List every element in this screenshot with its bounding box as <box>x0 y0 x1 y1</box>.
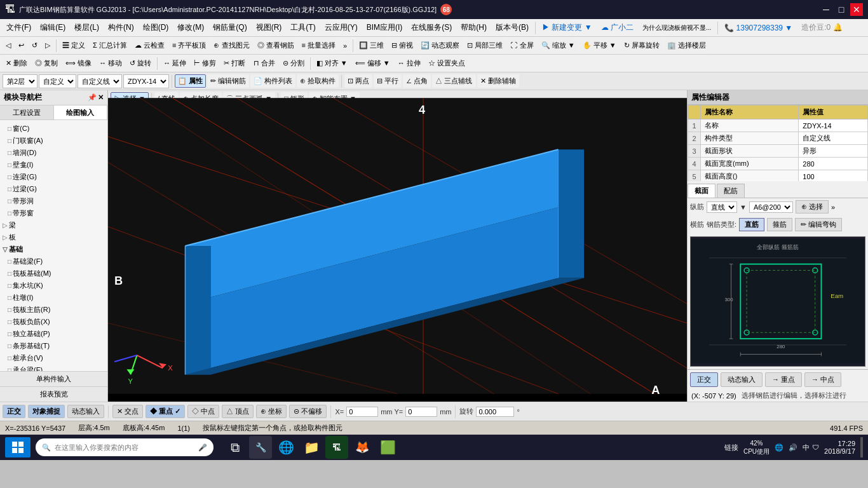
menu-help[interactable]: 帮助(H) <box>457 21 491 34</box>
list-item[interactable]: □筏板主筋(R) <box>0 304 107 316</box>
list-item[interactable]: □筏板负筋(X) <box>0 316 107 328</box>
table-row[interactable]: 5 截面高度() 100 <box>688 170 868 181</box>
taskview-button[interactable]: ⧉ <box>224 436 247 459</box>
menu-file[interactable]: 文件(F) <box>3 21 35 34</box>
expand-icon[interactable]: » <box>831 203 835 211</box>
straight-rebar-btn[interactable]: 直筋 <box>739 218 764 231</box>
pan-button[interactable]: ✋ 平移 ▼ <box>580 39 620 52</box>
speaker-icon[interactable]: 🔊 <box>789 444 797 452</box>
menu-phone[interactable]: 📞 13907298339 ▼ <box>721 22 796 34</box>
search-input[interactable] <box>55 444 194 451</box>
view-select[interactable]: 自定义 <box>39 74 76 88</box>
x-input[interactable] <box>346 407 378 417</box>
tab-section[interactable]: 截面 <box>688 184 715 198</box>
list-item[interactable]: ▷ 板 <box>0 231 107 243</box>
menu-view[interactable]: 视图(R) <box>252 21 286 34</box>
selectfloor-button[interactable]: 🏢 选择楼层 <box>664 39 709 52</box>
snap-object[interactable]: 对象捕捉 <box>28 405 65 418</box>
list-item[interactable]: □独立基础(P) <box>0 328 107 340</box>
pickup-button[interactable]: ⊕ 拾取构件 <box>297 74 339 88</box>
trim-button[interactable]: ⊢ 修剪 <box>191 57 219 70</box>
show-desktop[interactable] <box>860 437 863 458</box>
prop-value[interactable]: 280 <box>799 158 868 170</box>
mirror-button[interactable]: ⟺ 镜像 <box>62 57 95 70</box>
report-preview-btn[interactable]: 报表预览 <box>0 386 107 402</box>
editrebar-button[interactable]: ✏ 编辑钢筋 <box>207 74 249 88</box>
list-item[interactable]: □窗(C) <box>0 123 107 135</box>
snap-dynamic[interactable]: 动态输入 <box>67 405 104 418</box>
level-button[interactable]: ≡ 齐平板顶 <box>169 39 209 52</box>
snap-endpoint[interactable]: ◆ 重点 ✓ <box>146 405 185 418</box>
menu-version[interactable]: 版本号(B) <box>492 21 532 34</box>
snap-nooffset[interactable]: ⊝ 不偏移 <box>289 405 327 418</box>
screenrotate-button[interactable]: ↻ 屏幕旋转 <box>621 39 663 52</box>
menu-modify[interactable]: 修改(M) <box>173 21 208 34</box>
expand-icon[interactable]: ▽ <box>3 246 8 253</box>
parallel-button[interactable]: ⊟ 平行 <box>374 74 402 88</box>
dynamic-input-btn[interactable]: 动态输入 <box>721 372 763 387</box>
list-item[interactable]: □过梁(G) <box>0 183 107 195</box>
stirrup-btn[interactable]: 箍筋 <box>767 218 792 231</box>
edit-hook-btn[interactable]: ✏ 编辑弯钩 <box>795 218 842 231</box>
list-item[interactable]: □筏板基础(M) <box>0 268 107 280</box>
app-extra1[interactable]: 🟩 <box>376 436 399 459</box>
axis-select[interactable]: 自定义线 <box>78 74 122 88</box>
menu-cloud[interactable]: 云应用(Y) <box>321 21 362 34</box>
list-item[interactable]: □带形窗 <box>0 207 107 219</box>
panel-pin[interactable]: 📌 <box>88 93 97 102</box>
minimize-button[interactable]: ─ <box>820 3 832 16</box>
list-item[interactable]: □壁龛(I) <box>0 159 107 171</box>
list-item[interactable]: □柱墩(I) <box>0 292 107 304</box>
snap-coord[interactable]: ⊕ 坐标 <box>256 405 287 418</box>
tab-rebar[interactable]: 配筋 <box>717 184 745 198</box>
list-item[interactable]: □集水坑(K) <box>0 280 107 292</box>
menu-online[interactable]: 在线服务(S) <box>407 21 456 34</box>
menu-rebar[interactable]: 钢筋量(Q) <box>209 21 250 34</box>
element-select[interactable]: ZDYX-14 <box>123 74 169 88</box>
elementlist-button[interactable]: 📄 构件列表 <box>250 74 295 88</box>
list-item[interactable]: □基础梁(F) <box>0 255 107 268</box>
split-button[interactable]: ⊝ 分割 <box>280 57 308 70</box>
snap-midpoint[interactable]: ◇ 中点 <box>187 405 219 418</box>
menu-element[interactable]: 构件(N) <box>104 21 138 34</box>
menu-draw[interactable]: 绘图(D) <box>139 21 173 34</box>
list-item[interactable]: ▽ 基础 <box>0 243 107 255</box>
delete-button[interactable]: ✕ 删除 <box>3 57 31 70</box>
centerpoint-btn[interactable]: → 中点 <box>804 372 841 387</box>
viewrebar-button[interactable]: ◎ 查看钢筋 <box>254 39 297 52</box>
title-controls[interactable]: ─ □ ✕ <box>820 3 863 16</box>
list-item[interactable]: □墙洞(D) <box>0 147 107 159</box>
zoom-button[interactable]: 🔍 缩放 ▼ <box>538 39 578 52</box>
tab-project-settings[interactable]: 工程设置 <box>0 105 54 119</box>
list-item[interactable]: □连梁(G) <box>0 171 107 183</box>
menu-coins[interactable]: 造价豆:0 🔔 <box>797 21 846 34</box>
3d-button[interactable]: 🔲 三维 <box>356 39 387 52</box>
single-element-btn[interactable]: 单构件输入 <box>0 371 107 386</box>
topview-button[interactable]: ⊟ 俯视 <box>388 39 416 52</box>
longitudinal-type-select[interactable]: 直线 <box>707 201 737 213</box>
panel-close-icon[interactable]: ✕ <box>98 93 104 102</box>
batch-button[interactable]: ≡ 批量选择 <box>299 39 339 52</box>
prop-value[interactable]: 自定义线 <box>799 132 868 145</box>
snap-vertex[interactable]: △ 顶点 <box>222 405 254 418</box>
rotate-button[interactable]: ↺ 旋转 <box>126 57 154 70</box>
longitudinal-select-btn[interactable]: ⊕ 选择 <box>796 200 829 214</box>
longitudinal-spec-select[interactable]: A6@200 <box>749 201 793 213</box>
network-icon[interactable]: 🌐 <box>775 444 783 452</box>
prop-value[interactable]: 异形 <box>799 145 868 158</box>
back-button[interactable]: ◁ <box>3 39 14 51</box>
more-button[interactable]: » <box>340 40 350 51</box>
search-bar[interactable]: 🔍 🎤 <box>36 438 214 456</box>
midpoint-btn[interactable]: → 重点 <box>765 372 802 387</box>
dynamic-button[interactable]: 🔄 动态观察 <box>417 39 463 52</box>
check-button[interactable]: ☁ 云检查 <box>132 39 168 52</box>
align-button[interactable]: ◧ 对齐 ▼ <box>313 57 351 70</box>
setgrip-button[interactable]: ☆ 设置夹点 <box>425 57 468 70</box>
forward-button[interactable]: ▷ <box>42 39 53 51</box>
expand-icon[interactable]: ▷ <box>3 222 8 229</box>
orthogonal-btn[interactable]: 正交 <box>690 372 718 387</box>
break-button[interactable]: ✂ 打断 <box>220 57 248 70</box>
start-button[interactable] <box>5 437 31 458</box>
app-gcost[interactable]: 🏗 <box>325 436 348 459</box>
extend-button[interactable]: ↔ 延伸 <box>160 57 189 70</box>
